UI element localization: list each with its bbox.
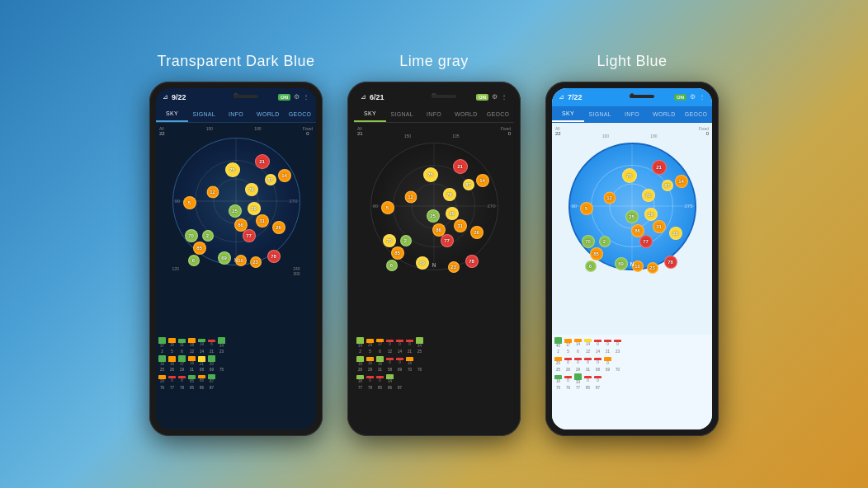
sat-14-dark: 14 bbox=[278, 169, 291, 182]
sat-78-dark: 78 bbox=[267, 250, 281, 263]
menu-icon-light[interactable]: ⋮ bbox=[699, 93, 705, 101]
tab-info-light[interactable]: INFO bbox=[616, 106, 649, 122]
sat-70-light: 70 bbox=[582, 235, 595, 248]
sky-view-light: All 22 100 180 Fixed 0 bbox=[552, 123, 712, 335]
sat-5-lime: 5 bbox=[381, 201, 394, 214]
tab-world-dark[interactable]: WORLD bbox=[252, 106, 284, 122]
sat-5-light: 5 bbox=[580, 202, 593, 215]
sat-78-light: 78 bbox=[664, 256, 677, 269]
sat-87-light: 87 bbox=[662, 180, 673, 191]
phone-section-dark: Transparent Dark Blue ⊿ 9/22 ON ⚙ ⋮ SKY … bbox=[149, 53, 323, 436]
section-title-light: Light Blue bbox=[597, 53, 667, 70]
speaker-dark bbox=[234, 95, 258, 98]
tab-signal-lime[interactable]: SIGNAL bbox=[386, 106, 418, 122]
tab-signal-dark[interactable]: SIGNAL bbox=[188, 106, 220, 122]
sat-77-dark: 77 bbox=[243, 229, 256, 242]
phone-lime: ⊿ 6/21 ON ⚙ ⋮ SKY SIGNAL INFO WORLD GEOC… bbox=[347, 82, 521, 436]
nav-icon-light: ⊿ bbox=[559, 93, 564, 101]
sat-2-dark: 2 bbox=[202, 230, 214, 242]
sat-2-lime: 2 bbox=[400, 235, 412, 246]
menu-icon-lime[interactable]: ⋮ bbox=[501, 93, 507, 101]
sat-85-light: 85 bbox=[590, 247, 603, 260]
sat-70-lime: 70 bbox=[383, 234, 396, 247]
chart-area-lime: 34 29 17 0 0 0 34 2 5 6 12 14 21 25 bbox=[354, 335, 514, 429]
sat-26-light: 26 bbox=[669, 227, 682, 240]
sky-view-lime: All 21 150 105 Fixed 0 bbox=[354, 123, 514, 335]
sat-75-lime: 75 bbox=[423, 167, 438, 182]
sat-23-dark: 23 bbox=[250, 256, 262, 268]
tab-info-lime[interactable]: INFO bbox=[418, 106, 451, 122]
tab-geoco-light[interactable]: GEOCO bbox=[680, 106, 712, 122]
nav-icon-lime: ⊿ bbox=[361, 93, 366, 101]
sat-69-light: 69 bbox=[615, 257, 628, 270]
tab-info-dark[interactable]: INFO bbox=[220, 106, 252, 122]
nav-icon-dark: ⊿ bbox=[163, 93, 168, 101]
sat-75-light: 75 bbox=[622, 168, 637, 183]
nav-tabs-lime: SKY SIGNAL INFO WORLD GEOCO bbox=[354, 106, 514, 123]
sat-69-lime: 69 bbox=[416, 256, 429, 270]
sat-12-dark: 12 bbox=[206, 185, 219, 198]
sat-23-lime: 23 bbox=[448, 261, 460, 273]
menu-icon-dark[interactable]: ⋮ bbox=[303, 93, 309, 101]
sky-view-dark: All 22 150 180 Fixed 0 bbox=[156, 123, 316, 335]
sat-14-light: 14 bbox=[675, 175, 688, 188]
sat-78-lime: 78 bbox=[465, 255, 479, 268]
sat-6-dark: 6 bbox=[188, 255, 200, 266]
sat-87-lime: 87 bbox=[463, 179, 474, 190]
sat-25-dark: 25 bbox=[229, 204, 242, 218]
sat-77-lime: 77 bbox=[441, 234, 454, 247]
gear-icon-dark[interactable]: ⚙ bbox=[294, 93, 300, 101]
sat-2-light: 2 bbox=[599, 236, 611, 247]
sat-75-dark: 75 bbox=[225, 162, 240, 177]
speaker-light bbox=[630, 95, 654, 98]
section-title-lime: Lime gray bbox=[399, 53, 469, 70]
tab-sky-dark[interactable]: SKY bbox=[156, 106, 188, 122]
sat-6-lime: 6 bbox=[386, 260, 398, 271]
sat-21-dark: 21 bbox=[255, 154, 270, 169]
sat-count-light: 7/22 bbox=[568, 93, 671, 101]
sat-21-light: 21 bbox=[652, 160, 667, 175]
chart-area-dark: 37 15 31 18 19 6 34 2 5 6 12 14 21 23 bbox=[156, 335, 316, 429]
tab-world-light[interactable]: WORLD bbox=[648, 106, 680, 122]
tab-world-lime[interactable]: WORLD bbox=[450, 106, 482, 122]
tab-sky-light[interactable]: SKY bbox=[552, 106, 584, 122]
sat-85-dark: 85 bbox=[193, 242, 206, 255]
sat-69-dark: 69 bbox=[218, 251, 231, 265]
sat-count-lime: 6/21 bbox=[370, 93, 473, 101]
sky-circle-lime: 21 14 87 75 76 12 5 25 29 86 31 77 26 2 bbox=[370, 143, 498, 270]
phone-light: ⊿ 7/22 ON ⚙ ⋮ SKY SIGNAL INFO WORLD GEOC… bbox=[545, 82, 719, 436]
sat-70-dark: 70 bbox=[185, 229, 198, 242]
sat-26-dark: 26 bbox=[272, 221, 285, 234]
phone-section-light: Light Blue ⊿ 7/22 ON ⚙ ⋮ SKY SIGNAL INFO… bbox=[545, 53, 719, 436]
chart-area-light: 40 17 14 14 0 0 0 2 5 6 12 14 21 23 bbox=[552, 335, 712, 429]
sat-77-light: 77 bbox=[639, 235, 653, 248]
speaker-lime bbox=[432, 95, 456, 98]
sat-25-light: 25 bbox=[625, 210, 639, 223]
sat-29-light: 29 bbox=[644, 208, 658, 221]
gear-icon-lime[interactable]: ⚙ bbox=[492, 93, 498, 101]
sat-31-dark: 31 bbox=[256, 214, 269, 228]
sky-circle-dark: 21 14 87 75 76 12 5 25 29 86 31 77 26 2 bbox=[172, 138, 300, 265]
tab-geoco-dark[interactable]: GEOCO bbox=[284, 106, 316, 122]
sat-12-light: 12 bbox=[603, 191, 616, 204]
nav-tabs-light: SKY SIGNAL INFO WORLD GEOCO bbox=[552, 106, 712, 123]
screen-dark: ⊿ 9/22 ON ⚙ ⋮ SKY SIGNAL INFO WORLD GEOC… bbox=[156, 88, 316, 429]
gear-icon-light[interactable]: ⚙ bbox=[690, 93, 696, 101]
sat-31-lime: 31 bbox=[454, 219, 467, 232]
sat-21-lime: 21 bbox=[453, 159, 468, 174]
sat-5-dark: 5 bbox=[183, 196, 196, 209]
sat-76-lime: 76 bbox=[443, 188, 456, 201]
nav-tabs-dark: SKY SIGNAL INFO WORLD GEOCO bbox=[156, 106, 316, 123]
sat-14-lime: 14 bbox=[476, 174, 489, 187]
sat-29-dark: 29 bbox=[248, 202, 261, 215]
sat-23-light: 23 bbox=[647, 262, 658, 274]
sat-25-lime: 25 bbox=[427, 209, 440, 223]
tab-sky-lime[interactable]: SKY bbox=[354, 106, 386, 122]
tab-geoco-lime[interactable]: GEOCO bbox=[482, 106, 514, 122]
sat-26-lime: 26 bbox=[470, 226, 484, 239]
tab-signal-light[interactable]: SIGNAL bbox=[584, 106, 616, 122]
sat-count-dark: 9/22 bbox=[172, 93, 275, 101]
sat-6-light: 6 bbox=[585, 260, 597, 272]
sat-12-lime: 12 bbox=[404, 190, 417, 203]
phone-dark: ⊿ 9/22 ON ⚙ ⋮ SKY SIGNAL INFO WORLD GEOC… bbox=[149, 82, 323, 436]
